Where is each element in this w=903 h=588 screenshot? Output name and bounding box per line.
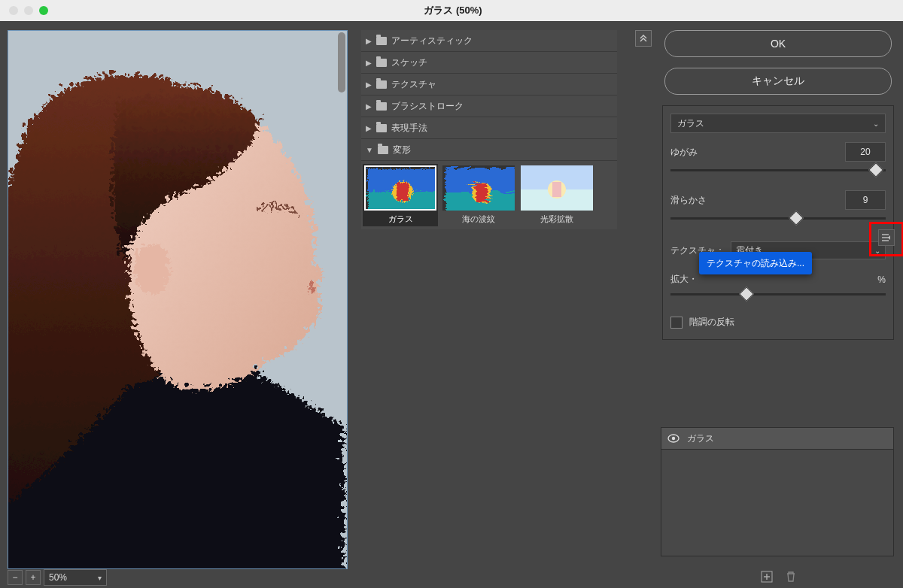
smoothness-label: 滑らかさ (670, 194, 707, 207)
triangle-right-icon: ▶ (366, 124, 372, 132)
zoom-controls: − + 50% ▾ (8, 568, 107, 586)
triangle-right-icon: ▶ (366, 59, 372, 67)
category-texture[interactable]: ▶ テクスチャ (361, 74, 617, 95)
texture-menu-item-load[interactable]: テクスチャの読み込み... (699, 252, 812, 274)
svg-rect-6 (394, 180, 406, 199)
category-label: ブラシストローク (391, 100, 464, 113)
plus-square-icon (761, 571, 773, 583)
visibility-icon[interactable] (667, 434, 680, 443)
category-brush[interactable]: ▶ ブラシストローク (361, 95, 617, 117)
category-sketch[interactable]: ▶ スケッチ (361, 52, 617, 74)
effect-layers-panel: ガラス (661, 427, 894, 556)
layer-footer-buttons (760, 570, 798, 583)
effect-layer-row[interactable]: ガラス (661, 428, 893, 450)
folder-icon (376, 102, 387, 111)
trash-icon (785, 571, 797, 583)
traffic-lights (9, 6, 48, 15)
category-label: アーティスティック (391, 35, 473, 47)
folder-icon (376, 124, 387, 132)
category-artistic[interactable]: ▶ アーティスティック (361, 30, 617, 52)
triangle-down-icon: ▼ (366, 146, 373, 154)
double-chevron-up-icon (639, 34, 648, 43)
thumb-label: 光彩拡散 (521, 214, 593, 225)
triangle-right-icon: ▶ (366, 37, 372, 45)
delete-layer-button[interactable] (784, 570, 798, 583)
triangle-right-icon: ▶ (366, 80, 372, 89)
filter-parameters: ガラス ⌄ ゆがみ 滑らかさ テクスチャ： 霜付き ⌄ (662, 105, 894, 340)
category-distort[interactable]: ▼ 変形 (361, 139, 617, 161)
scale-unit: % (877, 274, 886, 285)
distortion-label: ゆがみ (670, 146, 698, 159)
thumb-glass[interactable]: ガラス (363, 164, 438, 226)
category-label: 表現手法 (391, 122, 427, 135)
filter-thumbnails: ガラス 海の波紋 光彩拡散 (361, 161, 617, 229)
cancel-button[interactable]: キャンセル (664, 68, 892, 95)
folder-icon (376, 37, 387, 45)
chevron-down-icon: ▾ (98, 574, 102, 582)
invert-label: 階調の反転 (689, 317, 734, 327)
effect-layer-label: ガラス (687, 432, 714, 445)
smoothness-slider[interactable] (670, 211, 886, 228)
invert-checkbox[interactable] (670, 317, 683, 329)
thumb-label: 海の波紋 (442, 214, 515, 225)
new-layer-button[interactable] (760, 570, 774, 583)
filter-select[interactable]: ガラス ⌄ (670, 114, 886, 133)
invert-row: 階調の反転 (670, 316, 886, 329)
zoom-out-button[interactable]: − (8, 570, 23, 585)
maximize-window-button[interactable] (39, 6, 48, 15)
smoothness-input[interactable] (845, 190, 886, 210)
svg-rect-16 (521, 165, 593, 211)
collapse-panel-button[interactable] (635, 30, 652, 47)
folder-icon (378, 146, 388, 154)
category-label: テクスチャ (391, 78, 436, 91)
thumb-label: ガラス (364, 214, 436, 225)
category-stylize[interactable]: ▶ 表現手法 (361, 117, 617, 139)
filter-select-value: ガラス (677, 117, 704, 130)
thumb-diffuse-glow[interactable]: 光彩拡散 (521, 165, 593, 225)
scale-slider[interactable] (670, 287, 886, 304)
distortion-input[interactable] (845, 142, 886, 162)
zoom-select[interactable]: 50% ▾ (44, 569, 107, 586)
svg-rect-10 (473, 180, 485, 199)
distortion-slider[interactable] (670, 163, 886, 180)
folder-icon (376, 80, 387, 89)
zoom-in-button[interactable]: + (26, 570, 41, 585)
category-label: 変形 (393, 144, 411, 156)
scale-label: 拡大・ (670, 273, 698, 286)
thumb-ocean-ripple[interactable]: 海の波紋 (442, 165, 515, 225)
annotation-highlight (869, 222, 903, 256)
svg-point-2 (129, 238, 166, 289)
title-bar: ガラス (50%) (0, 0, 903, 22)
window-title: ガラス (50%) (48, 4, 858, 17)
category-label: スケッチ (391, 56, 427, 69)
filter-category-tree: ▶ アーティスティック ▶ スケッチ ▶ テクスチャ ▶ ブラシストローク ▶ … (361, 30, 617, 229)
preview-pane[interactable] (8, 30, 348, 569)
folder-icon (376, 59, 387, 67)
chevron-down-icon: ⌄ (873, 120, 879, 128)
minimize-window-button[interactable] (24, 6, 33, 15)
close-window-button[interactable] (9, 6, 18, 15)
controls-panel: OK キャンセル ガラス ⌄ ゆがみ 滑らかさ テクスチャ： (662, 30, 894, 340)
triangle-right-icon: ▶ (366, 102, 372, 111)
svg-point-18 (672, 437, 675, 440)
preview-scrollbar[interactable] (338, 32, 345, 92)
zoom-value: 50% (49, 572, 67, 583)
preview-image (8, 31, 347, 568)
ok-button[interactable]: OK (664, 30, 892, 57)
